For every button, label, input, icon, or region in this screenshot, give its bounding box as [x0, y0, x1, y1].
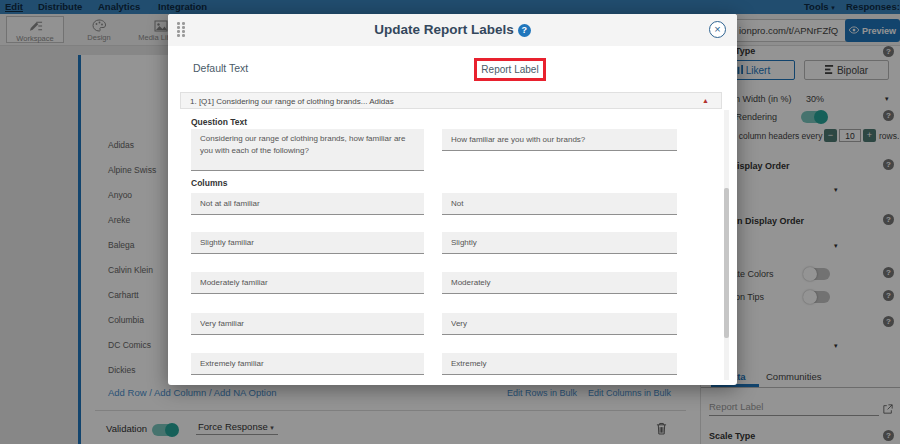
column-default-text-input[interactable] [191, 232, 424, 254]
default-text-column-header: Default Text [193, 62, 248, 74]
modal-header: Update Report Labels ? × [168, 14, 737, 46]
columns-section-label: Columns [191, 178, 227, 188]
column-report-label-input[interactable] [442, 232, 677, 254]
report-label-highlight-box: Report Label [474, 58, 546, 81]
modal-title: Update Report Labels ? [168, 22, 737, 37]
question-report-label-input[interactable] [442, 129, 677, 151]
question-text-section-label: Question Text [191, 117, 247, 127]
question-accordion-header[interactable]: 1. [Q1] Considering our range of clothin… [180, 92, 722, 109]
column-report-label-input[interactable] [442, 353, 677, 375]
column-default-text-input[interactable] [191, 193, 424, 215]
column-report-label-input[interactable] [442, 272, 677, 294]
close-icon[interactable]: × [709, 21, 726, 38]
modal-scrollbar-thumb[interactable] [724, 188, 729, 338]
modal-title-text: Update Report Labels [374, 22, 514, 37]
column-default-text-input[interactable] [191, 353, 424, 375]
report-label-column-header: Report Label [481, 64, 538, 75]
collapse-icon[interactable]: ▲ [702, 97, 709, 104]
update-report-labels-modal: Update Report Labels ? × Default Text Re… [168, 14, 737, 385]
column-default-text-input[interactable] [191, 313, 424, 335]
questionpro-app: Edit Distribute Analytics Integration To… [0, 0, 900, 444]
column-report-label-input[interactable] [442, 193, 677, 215]
question-default-text-input[interactable]: Considering our range of clothing brands… [191, 129, 424, 171]
question-accordion-title: 1. [Q1] Considering our range of clothin… [190, 97, 394, 106]
column-report-label-input[interactable] [442, 313, 677, 335]
column-default-text-input[interactable] [191, 272, 424, 294]
help-icon[interactable]: ? [518, 24, 531, 37]
